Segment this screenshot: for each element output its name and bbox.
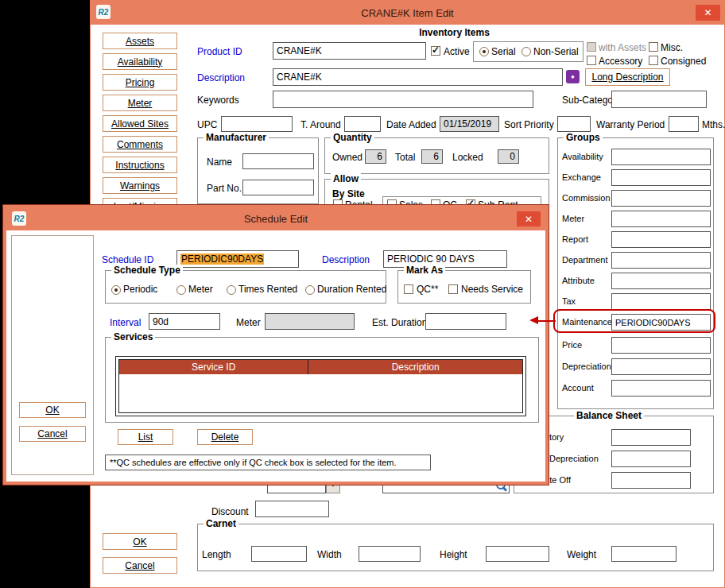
mths-label: Mths. [702, 119, 725, 130]
description-column-header: Description [308, 360, 522, 374]
discount-label: Discount [211, 506, 249, 517]
warranty-period-input[interactable] [669, 116, 699, 132]
annotation-arrow-line [538, 320, 556, 322]
dialog-ok-button[interactable]: OK [19, 402, 86, 418]
ok-button[interactable]: OK [103, 533, 177, 550]
group-tax-input[interactable] [611, 293, 711, 310]
locked-label: Locked [452, 152, 483, 163]
non-serial-label: Non-Serial [533, 46, 579, 57]
group-depreciation-input[interactable] [611, 358, 711, 375]
group-report-input[interactable] [611, 231, 711, 248]
long-description-button[interactable]: Long Description [585, 68, 670, 86]
delete-button[interactable]: Delete [197, 429, 253, 445]
meter-radio[interactable] [176, 285, 186, 295]
group-commission-input[interactable] [611, 190, 711, 207]
group-attribute-input[interactable] [611, 273, 711, 289]
schedule-id-input[interactable]: PERIODIC90DAYS [176, 250, 299, 268]
group-price-input[interactable] [611, 337, 711, 354]
width-label: Width [317, 549, 342, 560]
sub-category-input[interactable] [611, 91, 707, 108]
misc-checkbox[interactable] [649, 42, 658, 52]
est-duration-label: Est. Duration [372, 317, 427, 328]
product-id-input[interactable]: CRANE#K [273, 42, 426, 60]
misc-label: Misc. [661, 42, 683, 53]
services-table-body[interactable] [119, 374, 522, 412]
dialog-cancel-button[interactable]: Cancel [19, 426, 86, 442]
consigned-label: Consigned [661, 56, 706, 67]
sidebar-item-warnings[interactable]: Warnings [103, 177, 177, 194]
app-logo-icon: R2 [96, 5, 110, 19]
allow-legend: Allow [331, 173, 361, 184]
owned-label: Owned [332, 152, 362, 163]
discount-input[interactable] [255, 501, 329, 517]
sidebar-item-availability[interactable]: Availability [103, 53, 177, 70]
sort-priority-input[interactable] [557, 116, 591, 132]
serial-label: Serial [491, 46, 516, 57]
manufacturer-name-input[interactable] [242, 153, 314, 169]
date-added-label: Date Added [386, 119, 436, 130]
sidebar-item-allowed-sites[interactable]: Allowed Sites [103, 115, 177, 132]
meter-field-label: Meter [236, 317, 261, 328]
height-input[interactable] [486, 546, 549, 562]
group-account-label: Account [562, 383, 594, 393]
non-serial-radio[interactable] [521, 47, 531, 56]
t-around-input[interactable] [344, 116, 381, 132]
est-duration-input[interactable] [425, 313, 506, 330]
sidebar-item-assets[interactable]: Assets [103, 33, 177, 49]
sidebar-item-comments[interactable]: Comments [103, 136, 177, 153]
active-checkbox[interactable] [431, 46, 440, 56]
sort-priority-label: Sort Priority [504, 119, 554, 130]
services-table-inner: Service ID Description [118, 359, 523, 413]
needs-service-checkbox[interactable] [448, 284, 458, 294]
schedule-id-selected-text: PERIODIC90DAYS [180, 253, 264, 265]
consigned-checkbox[interactable] [649, 56, 658, 65]
schedule-id-label: Schedule ID [102, 254, 153, 265]
schedule-side-panel: OK Cancel [11, 235, 94, 475]
description-globe-icon[interactable]: ● [566, 70, 580, 83]
with-assets-label: with Assets [599, 42, 646, 53]
interval-label: Interval [110, 317, 141, 328]
group-department-input[interactable] [611, 252, 711, 269]
sidebar-item-pricing[interactable]: Pricing [103, 74, 177, 91]
group-meter-input[interactable] [611, 211, 711, 227]
locked-value: 0 [498, 149, 519, 164]
keywords-input[interactable] [273, 91, 533, 108]
duration-rented-radio[interactable] [305, 285, 315, 295]
services-table-header: Service ID Description [119, 360, 522, 374]
window-title: CRANE#K Item Edit [91, 7, 724, 19]
weight-input[interactable] [611, 546, 677, 562]
schedule-edit-dialog: R2 Schedule Edit ✕ OK Cancel Schedule ID… [3, 205, 549, 485]
bs-inventory-input[interactable] [611, 429, 691, 446]
group-availability-input[interactable] [611, 149, 711, 165]
dialog-close-icon[interactable]: ✕ [517, 211, 541, 226]
sidebar-item-meter[interactable]: Meter [103, 95, 177, 111]
description-input[interactable]: CRANE#K [273, 68, 563, 86]
upc-input[interactable] [221, 116, 293, 132]
bs-writeoff-input[interactable] [611, 472, 691, 489]
group-availability-label: Availability [562, 152, 603, 161]
manufacturer-partno-input[interactable] [242, 180, 314, 195]
length-label: Length [202, 549, 231, 560]
dialog-description-label: Description [322, 254, 370, 265]
serial-radio[interactable] [479, 47, 489, 56]
list-button[interactable]: List [118, 429, 173, 445]
schedule-type-legend: Schedule Type [111, 265, 183, 276]
width-input[interactable] [359, 546, 421, 562]
close-icon[interactable]: ✕ [696, 5, 720, 21]
bs-depreciation-input[interactable] [611, 451, 691, 467]
periodic-radio[interactable] [111, 285, 121, 295]
accessory-checkbox[interactable] [587, 56, 596, 65]
keywords-label: Keywords [197, 95, 239, 106]
sidebar-item-instructions[interactable]: Instructions [103, 157, 177, 173]
cancel-button[interactable]: Cancel [103, 557, 177, 574]
qc-checkbox[interactable] [404, 284, 413, 294]
group-tax-label: Tax [562, 296, 576, 306]
group-account-input[interactable] [611, 380, 711, 397]
bs-depreciation-label: Depreciation [549, 454, 599, 463]
interval-input[interactable]: 90d [149, 313, 220, 330]
group-exchange-input[interactable] [611, 169, 711, 186]
dialog-logo-icon: R2 [12, 211, 26, 226]
times-rented-radio[interactable] [227, 285, 236, 295]
length-input[interactable] [251, 546, 307, 562]
by-site-label: By Site [332, 188, 365, 199]
